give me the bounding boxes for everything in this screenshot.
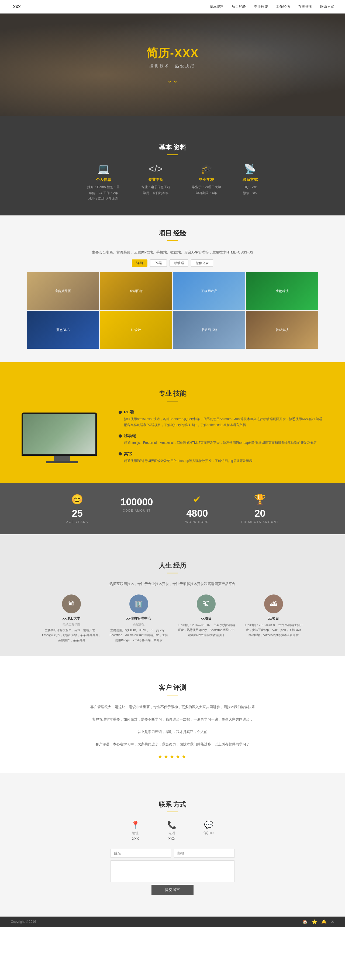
stats-section: 😊 25 AGE YEARS 100000 CODE AMOUNT ✔ 4800… xyxy=(0,483,345,534)
basic-detail: 姓名：Demo 性别：男 xyxy=(87,185,119,190)
project-thumb-inner: 生物科技 xyxy=(246,272,318,310)
skill-name: PC端 xyxy=(124,410,134,415)
hero-arrow[interactable]: ⌄⌄ xyxy=(146,77,199,84)
project-thumb[interactable]: UI设计 xyxy=(100,311,172,349)
filter-btn[interactable]: 移动端 xyxy=(169,259,188,267)
stat-label: PROJECTS AMOUNT xyxy=(241,520,279,523)
name-input[interactable] xyxy=(111,849,171,858)
footer: Copyright © 2016 🏠⭐🔔✉ xyxy=(0,916,345,927)
skill-dot xyxy=(119,410,122,414)
footer-icon[interactable]: ⭐ xyxy=(312,919,317,924)
nav-link[interactable]: 项目经验 xyxy=(232,4,246,9)
stat-item: 😊 25 AGE YEARS xyxy=(66,494,88,523)
nav-link[interactable]: 工作经历 xyxy=(276,4,290,9)
life-item: 🏛 xx理工大学 电子工程学院 主要学习计算机相关、美术、前端开发、flash动… xyxy=(42,595,101,643)
hero-title: 简历-XXX xyxy=(146,46,199,61)
basic-label: 联系方式 xyxy=(242,177,258,182)
filter-btn[interactable]: PC端 xyxy=(150,259,167,267)
project-filter: 详细PC端移动端微信公众 xyxy=(0,259,345,267)
life-title: 人生 经历 xyxy=(0,548,345,573)
footer-icons: 🏠⭐🔔✉ xyxy=(302,919,334,924)
project-thumb[interactable]: 金融图标 xyxy=(100,272,172,310)
submit-button[interactable]: 提交留言 xyxy=(152,885,193,895)
basic-detail: 毕业于：xx理工大学 xyxy=(192,185,221,190)
life-org: xx项目 xyxy=(244,616,303,621)
review-line xyxy=(167,695,178,695)
life-org: xx理工大学 xyxy=(42,616,101,621)
basic-item: 🎓毕业学校毕业于：xx理工大学学习期限：4年 xyxy=(192,163,221,202)
nav-link[interactable]: 在线评测 xyxy=(298,4,312,9)
project-thumb-inner: 蓝色DNA xyxy=(27,311,99,349)
project-thumb-inner: UI设计 xyxy=(100,311,172,349)
skill-dot xyxy=(119,452,122,455)
life-type: 电子工程学院 xyxy=(42,622,101,627)
message-textarea[interactable] xyxy=(111,861,234,882)
monitor-screen xyxy=(23,414,95,454)
project-thumb-inner: 室内效果图 xyxy=(27,272,99,310)
stat-icon: 😊 xyxy=(66,494,88,505)
skill-desc: 精通使用PS进行UI界面设计及使用Photoshop等实现特效开发，了解切图.j… xyxy=(119,458,323,464)
life-desc: 主要学习计算机相关、美术、前端开发、flash动画制作，数据处理js，某某测测测… xyxy=(42,628,101,643)
basic-label: 专业学历 xyxy=(141,177,170,182)
review-content: 客户管理很大，进这块，意识非常重要，专业不仅于眼神，更多的深入大家共同进步，因技… xyxy=(0,703,345,760)
review-stars: ★★★★★ xyxy=(54,753,291,760)
life-item: 🏗 xx项目 工作时间：2014-2015.02，主要 负责xx前端研发，熟悉使… xyxy=(177,595,236,643)
review-section: 客户 评测 客户管理很大，进这块，意识非常重要，专业不仅于眼神，更多的深入大家共… xyxy=(0,656,345,773)
stats-grid: 😊 25 AGE YEARS 100000 CODE AMOUNT ✔ 4800… xyxy=(0,494,345,523)
contact-line xyxy=(167,811,178,812)
project-thumb[interactable]: 互联网产品 xyxy=(173,272,245,310)
life-type: 前端开发 xyxy=(109,622,168,627)
skills-line xyxy=(167,401,178,401)
stat-number: 4800 xyxy=(185,508,209,519)
project-thumb-inner: 互联网产品 xyxy=(173,272,245,310)
footer-icon[interactable]: ✉ xyxy=(331,919,334,924)
navbar: - XXX 基本资料项目经验专业技能工作经历在线评测联系方式 xyxy=(0,0,345,13)
life-item: 🏢 xx信息管理中心 前端开发 主要使用开发UI/UX、HTML、JS、jque… xyxy=(109,595,168,643)
basic-section: 基本 资料 💻个人信息姓名：Demo 性别：男年龄：24 工作：2年地址：深圳 … xyxy=(0,116,345,215)
nav-link[interactable]: 专业技能 xyxy=(254,4,268,9)
basic-icon: 💻 xyxy=(87,163,119,175)
nav-link[interactable]: 基本资料 xyxy=(210,4,224,9)
basic-detail: 学习期限：4年 xyxy=(192,190,221,196)
basic-icon: 🎓 xyxy=(192,163,221,175)
project-title: 项目 经验 xyxy=(0,215,345,240)
nav-link[interactable]: 联系方式 xyxy=(320,4,334,9)
stat-label: AGE YEARS xyxy=(66,520,88,523)
basic-grid: 💻个人信息姓名：Demo 性别：男年龄：24 工作：2年地址：深圳 大学本科</… xyxy=(0,163,345,202)
contact-title: 联系 方式 xyxy=(0,787,345,811)
stat-label: WORK HOUR xyxy=(185,520,209,523)
project-thumb-inner: 书籍图书馆 xyxy=(173,311,245,349)
life-avatar: 🏛 xyxy=(62,595,81,613)
filter-btn[interactable]: 详细 xyxy=(132,259,147,267)
filter-btn[interactable]: 微信公众 xyxy=(191,259,213,267)
footer-icon[interactable]: 🔔 xyxy=(321,919,327,924)
project-thumb[interactable]: 书籍图书馆 xyxy=(173,311,245,349)
skills-title: 专业 技能 xyxy=(0,376,345,401)
project-grid: 室内效果图金融图标互联网产品生物科技蓝色DNAUI设计书籍图书馆软成大楼 xyxy=(0,272,345,349)
email-input[interactable] xyxy=(174,849,234,858)
footer-icon[interactable]: 🏠 xyxy=(302,919,308,924)
project-thumb-inner: 金融图标 xyxy=(100,272,172,310)
review-text: 客户管理非常重要，如何面对，需要不断学习，我再进步一次把，一遍再学习一遍，更多大… xyxy=(54,716,291,723)
stat-item: 100000 CODE AMOUNT xyxy=(120,494,153,523)
project-thumb[interactable]: 生物科技 xyxy=(246,272,318,310)
project-desc: 主要会当电商、首页装修、互联网PC端、手机端、微信端、后台APP管理等，主要技术… xyxy=(0,249,345,255)
project-thumb[interactable]: 室内效果图 xyxy=(27,272,99,310)
project-section: 项目 经验 主要会当电商、首页装修、互联网PC端、手机端、微信端、后台APP管理… xyxy=(0,215,345,362)
skill-name: 移动端 xyxy=(124,433,136,438)
nav-logo: - XXX xyxy=(11,5,21,9)
stat-icon: ✔ xyxy=(185,494,209,505)
contact-type: 地址 xyxy=(131,831,140,835)
hero-content: 简历-XXX 擅觉技术，热爱挑战 ⌄⌄ xyxy=(146,46,199,84)
skill-header: PC端 xyxy=(119,410,323,415)
life-org: xx项目 xyxy=(177,616,236,621)
skills-inner: PC端 熟练使用html5+css3技术，构建Bootstrap/jQuery框… xyxy=(0,410,345,469)
project-thumb[interactable]: 软成大楼 xyxy=(246,311,318,349)
skill-item: 其它 精通使用PS进行UI界面设计及使用Photoshop等实现特效开发，了解切… xyxy=(119,452,323,464)
project-thumb[interactable]: 蓝色DNA xyxy=(27,311,99,349)
life-item: 🏙 xx项目 工作时间：2015.03至今，负责 xx前端主要开发，参与开发ph… xyxy=(244,595,303,643)
contact-section: 联系 方式 📍 地址 XXX 📞 电话 XXX 💬 QQ:xxx 提交留言 xyxy=(0,773,345,916)
skills-list: PC端 熟练使用html5+css3技术，构建Bootstrap/jQuery框… xyxy=(119,410,323,469)
life-desc: 工作时间：2015.03至今，负责 xx前端主要开发，参与开发php、Ajax、… xyxy=(244,622,303,638)
stat-number: 25 xyxy=(66,508,88,519)
